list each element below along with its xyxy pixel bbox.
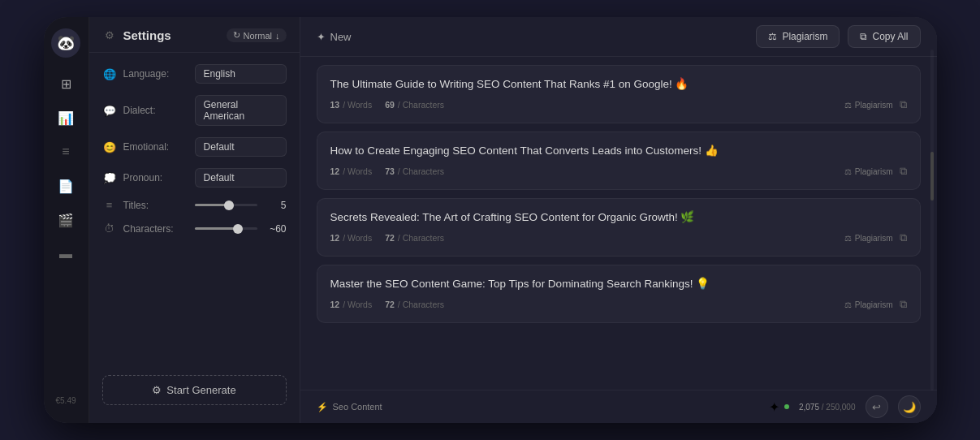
result-copy-btn[interactable]: ⧉ <box>900 298 907 311</box>
words-label: / Words <box>343 100 372 110</box>
result-title: The Ultimate Guide to Writing SEO Conten… <box>330 77 907 90</box>
characters-label: Characters: <box>123 223 188 235</box>
settings-body: 🌐 Language: English 💬 Dialect: General A… <box>89 53 300 365</box>
chars-count: 69 <box>385 100 395 110</box>
chars-label: / Characters <box>398 233 444 243</box>
pronoun-row: 💭 Pronoun: Default <box>102 168 287 188</box>
plag-label: Plagiarism <box>855 234 893 243</box>
seo-icon: ⚡ <box>317 402 328 412</box>
start-label: Start Generate <box>166 384 235 396</box>
mode-arrow-icon: ↓ <box>275 31 280 41</box>
copy-all-label: Copy All <box>872 31 908 42</box>
bottom-right: ✦ 2,075 / 250,000 ↩ 🌙 <box>769 395 921 418</box>
icon-nav: 🐼 ⊞ 📊 ≡ 📄 🎬 ▬ €5.49 <box>44 17 89 423</box>
titles-slider-container: 5 <box>195 200 287 211</box>
titles-slider-track[interactable] <box>195 204 257 206</box>
characters-slider-container: ~60 <box>195 223 287 235</box>
plagiarism-icon: ⚖ <box>768 31 777 42</box>
emotional-label: Emotional: <box>123 141 188 153</box>
copy-all-icon: ⧉ <box>860 31 867 42</box>
results-area[interactable]: The Ultimate Guide to Writing SEO Conten… <box>300 57 937 390</box>
nav-icon-layers[interactable]: ▬ <box>51 239 80 269</box>
seo-label: Seo Content <box>333 402 382 412</box>
plag-icon: ⚖ <box>844 300 852 309</box>
nav-icon-menu[interactable]: ≡ <box>51 137 80 166</box>
header-actions: ⚖ Plagiarism ⧉ Copy All <box>756 25 920 48</box>
characters-icon: ⏱ <box>102 222 117 235</box>
plag-icon: ⚖ <box>844 101 852 110</box>
token-current: 2,075 <box>799 403 819 412</box>
nav-icon-video[interactable]: 🎬 <box>51 205 80 235</box>
result-card: How to Create Engaging SEO Content That … <box>317 132 921 190</box>
chars-label: / Characters <box>398 300 444 309</box>
titles-label: Titles: <box>123 200 188 211</box>
titles-icon: ≡ <box>102 199 117 211</box>
characters-slider-track[interactable] <box>195 227 257 230</box>
nav-icon-grid[interactable]: ⊞ <box>51 69 80 98</box>
ai-status-dot <box>784 404 789 409</box>
theme-toggle-button[interactable]: 🌙 <box>898 395 921 418</box>
app-window: 🐼 ⊞ 📊 ≡ 📄 🎬 ▬ €5.49 ⚙ Settings ↻ Normal … <box>44 17 937 423</box>
chars-count: 73 <box>385 166 395 176</box>
result-meta: 12 / Words 72 / Characters ⚖ Plagiarism … <box>330 298 907 311</box>
dialect-value[interactable]: General American <box>195 95 287 126</box>
nav-icon-chart[interactable]: 📊 <box>51 103 80 132</box>
result-copy-btn[interactable]: ⧉ <box>900 165 907 178</box>
plag-label: Plagiarism <box>855 101 893 110</box>
collapse-button[interactable]: ↩ <box>866 395 888 418</box>
chars-meta: 72 / Characters <box>385 233 444 243</box>
result-plagiarism-btn[interactable]: ⚖ Plagiarism <box>844 167 893 176</box>
copy-all-button[interactable]: ⧉ Copy All <box>848 25 920 48</box>
settings-panel: ⚙ Settings ↻ Normal ↓ 🌐 Language: Englis… <box>89 17 300 423</box>
settings-title: Settings <box>123 28 171 42</box>
chars-meta: 72 / Characters <box>385 300 444 309</box>
start-generate-button[interactable]: ⚙ Start Generate <box>102 375 287 405</box>
titles-row: ≡ Titles: 5 <box>102 199 287 211</box>
emotional-icon: 😊 <box>102 141 117 153</box>
sparkle-icon: ✦ <box>769 399 779 415</box>
result-actions: ⚖ Plagiarism ⧉ <box>844 298 907 311</box>
settings-header: ⚙ Settings ↻ Normal ↓ <box>89 28 300 53</box>
scroll-indicator <box>930 50 934 390</box>
result-plagiarism-btn[interactable]: ⚖ Plagiarism <box>844 234 893 243</box>
language-icon: 🌐 <box>102 68 117 80</box>
plagiarism-button[interactable]: ⚖ Plagiarism <box>756 25 840 48</box>
result-card: The Ultimate Guide to Writing SEO Conten… <box>317 65 921 123</box>
words-count: 12 <box>330 300 340 309</box>
nav-icon-doc[interactable]: 📄 <box>51 171 80 201</box>
token-total: 250,000 <box>826 403 855 412</box>
result-actions: ⚖ Plagiarism ⧉ <box>844 98 907 111</box>
dialect-label: Dialect: <box>123 105 188 116</box>
plag-label: Plagiarism <box>855 300 893 309</box>
result-copy-btn[interactable]: ⧉ <box>900 98 907 111</box>
result-plagiarism-btn[interactable]: ⚖ Plagiarism <box>844 101 893 110</box>
titles-slider-value: 5 <box>264 200 287 211</box>
chars-meta: 73 / Characters <box>385 166 444 176</box>
chars-count: 72 <box>385 233 395 243</box>
start-icon: ⚙ <box>152 384 162 396</box>
words-meta: 12 / Words <box>330 166 373 176</box>
chars-count: 72 <box>385 300 395 309</box>
dialect-icon: 💬 <box>102 105 117 117</box>
language-value[interactable]: English <box>195 64 287 84</box>
result-copy-btn[interactable]: ⧉ <box>900 231 907 244</box>
settings-icon: ⚙ <box>102 29 117 41</box>
result-meta: 13 / Words 69 / Characters ⚖ Plagiarism … <box>330 98 907 111</box>
mode-badge[interactable]: ↻ Normal ↓ <box>227 28 287 42</box>
chars-meta: 69 / Characters <box>385 100 444 110</box>
pronoun-value[interactable]: Default <box>195 168 287 188</box>
scroll-thumb[interactable] <box>930 152 934 201</box>
mode-icon: ↻ <box>233 30 240 41</box>
avatar[interactable]: 🐼 <box>51 28 80 58</box>
result-card: Master the SEO Content Game: Top Tips fo… <box>317 265 921 323</box>
result-meta: 12 / Words 72 / Characters ⚖ Plagiarism … <box>330 231 907 244</box>
emotional-value[interactable]: Default <box>195 137 287 157</box>
result-plagiarism-btn[interactable]: ⚖ Plagiarism <box>844 300 893 309</box>
main-header: ✦ New ⚖ Plagiarism ⧉ Copy All <box>300 17 937 57</box>
credit-display: €5.49 <box>55 390 76 412</box>
dialect-row: 💬 Dialect: General American <box>102 95 287 126</box>
plag-icon: ⚖ <box>844 167 852 176</box>
token-count: 2,075 / 250,000 <box>799 403 856 412</box>
ai-badge: ✦ <box>769 399 789 415</box>
seo-tag: ⚡ Seo Content <box>317 402 382 412</box>
